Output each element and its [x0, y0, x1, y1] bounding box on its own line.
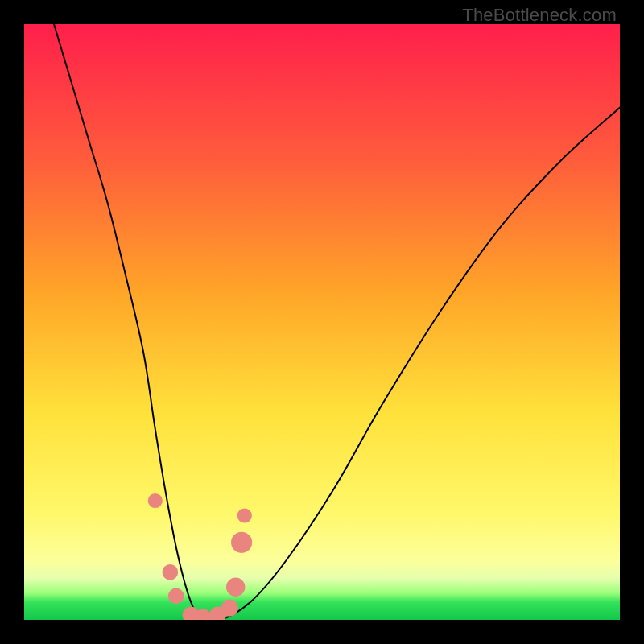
- chart-plot-area: [24, 24, 620, 620]
- watermark-text: TheBottleneck.com: [462, 5, 617, 26]
- chart-background-gradient: [24, 24, 620, 620]
